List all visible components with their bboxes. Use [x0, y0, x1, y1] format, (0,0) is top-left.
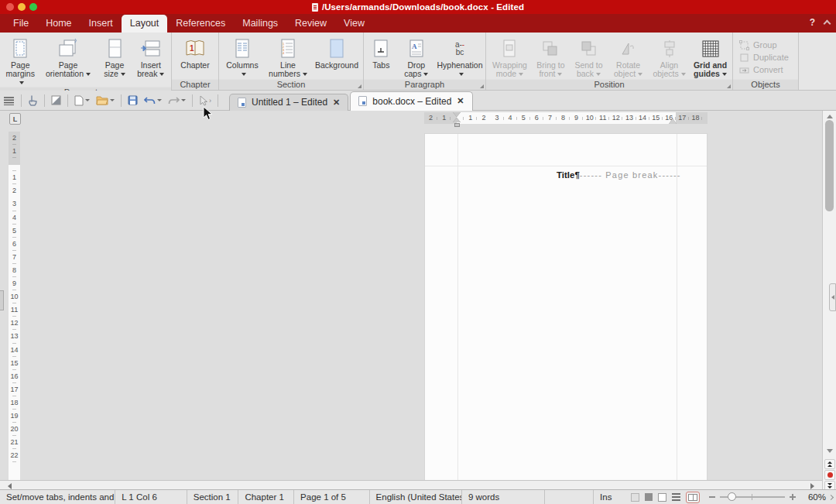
columns-icon [233, 36, 252, 61]
hyphenation-button[interactable]: a--bc Hyphenation [436, 34, 484, 79]
page-size-button[interactable]: Page size [98, 34, 132, 87]
duplicate-icon [739, 53, 749, 63]
tab-mailings[interactable]: Mailings [234, 15, 286, 33]
group-label-objects: Objects [733, 79, 798, 90]
sidebar-grip-left[interactable] [0, 290, 4, 310]
wrapping-mode-button: Wrapping mode [488, 34, 532, 79]
minimize-window-button[interactable] [18, 3, 26, 11]
status-chapter[interactable]: Chapter 1 [238, 490, 294, 504]
tab-layout[interactable]: Layout [122, 15, 168, 33]
navigate-by-button[interactable] [824, 470, 835, 480]
page-margins-icon [10, 36, 30, 61]
zoom-window-button[interactable] [29, 3, 37, 11]
scrollbar-thumb[interactable] [825, 120, 834, 211]
chapter-button[interactable]: 1 Chapter [173, 34, 217, 79]
page-orientation-icon [57, 36, 80, 61]
collapse-ribbon-icon[interactable] [824, 20, 831, 28]
tab-file[interactable]: File [5, 15, 37, 33]
text-boundary-right [677, 134, 677, 489]
hanging-indent-marker[interactable] [453, 118, 461, 122]
bring-to-front-icon [540, 36, 560, 61]
book-view-icon[interactable] [686, 492, 700, 503]
first-line-indent-marker[interactable] [453, 112, 461, 117]
dialog-launcher-icon[interactable] [727, 84, 731, 88]
close-tab-icon[interactable]: ✕ [457, 96, 464, 106]
horizontal-ruler[interactable]: 21123456789101112131415161718 [424, 112, 708, 124]
scroll-left-icon[interactable] [8, 483, 12, 489]
application-window: /Users/armands/Downloads/book.docx - Edi… [0, 0, 836, 504]
wrapping-mode-icon [501, 36, 518, 61]
page-orientation-button[interactable]: Page orientation [39, 34, 98, 87]
svg-text:A: A [412, 43, 417, 50]
tab-view[interactable]: View [335, 15, 373, 33]
document-text-line[interactable]: Title¶------ Page break------ [557, 170, 681, 180]
drop-caps-button[interactable]: A Drop caps [397, 34, 436, 79]
doc-tab-untitled[interactable]: Untitled 1 – Edited ✕ [229, 94, 348, 111]
line-numbers-button[interactable]: 1234 Line numbers [264, 34, 312, 79]
dropdown-arrow-icon [638, 73, 642, 76]
single-page-view-icon[interactable] [631, 493, 639, 502]
scroll-down-icon[interactable] [827, 449, 833, 453]
page-view-icon[interactable] [658, 493, 666, 502]
menu-icon[interactable] [1, 93, 17, 108]
document-page[interactable]: Title¶------ Page break------ [424, 133, 708, 489]
insert-break-button[interactable]: Insert break [132, 34, 170, 87]
chapter-icon: 1 [184, 36, 206, 61]
doc-tab-book[interactable]: book.docx – Edited ✕ [350, 91, 472, 111]
scroll-up-icon[interactable] [827, 115, 833, 118]
left-indent-marker[interactable] [454, 123, 460, 127]
redo-button[interactable] [166, 93, 188, 108]
zoom-slider[interactable] [720, 496, 785, 498]
previous-page-button[interactable] [824, 459, 835, 469]
status-page-number[interactable]: Page 1 of 5 [294, 490, 370, 504]
ui-toggle-icon[interactable] [49, 93, 63, 108]
horizontal-scrollbar[interactable] [0, 480, 822, 489]
columns-button[interactable]: Columns [221, 34, 264, 79]
tabs-button[interactable]: Tabs [365, 34, 397, 79]
dialog-launcher-icon[interactable] [480, 84, 484, 88]
help-icon[interactable]: ? [810, 17, 815, 28]
sidebar-grip-right[interactable] [829, 283, 836, 311]
tab-home[interactable]: Home [37, 15, 80, 33]
document-icon [312, 3, 318, 12]
tab-insert[interactable]: Insert [81, 15, 122, 33]
ribbon-tab-bar: File Home Insert Layout References Maili… [0, 14, 836, 33]
vertical-ruler[interactable]: 2112345678910111213141516171819202122 [9, 132, 20, 484]
multi-page-view-icon[interactable] [645, 493, 653, 501]
zoom-out-icon[interactable] [709, 496, 715, 498]
status-selection-mode[interactable] [545, 490, 594, 504]
background-button[interactable]: Background [312, 34, 361, 79]
ribbon: Page margins Page orientation Page size … [0, 33, 836, 91]
dropdown-arrow-icon [596, 73, 601, 76]
right-indent-marker[interactable] [669, 118, 677, 124]
status-section[interactable]: Section 1 [187, 490, 239, 504]
tab-stop-selector[interactable]: L [9, 113, 21, 125]
zoom-in-icon[interactable] [790, 494, 796, 500]
status-cursor-position[interactable]: L 1 Col 6 [115, 490, 187, 504]
new-document-button[interactable] [72, 93, 92, 108]
close-tab-icon[interactable]: ✕ [333, 98, 340, 108]
undo-button[interactable] [142, 93, 164, 108]
grid-and-guides-button[interactable]: Grid and guides [690, 34, 731, 79]
dropdown-arrow-icon [157, 99, 162, 101]
dialog-launcher-icon[interactable] [358, 84, 361, 88]
tab-review[interactable]: Review [286, 15, 335, 33]
web-view-icon[interactable] [672, 493, 680, 501]
zoom-percentage[interactable]: 60% [800, 492, 836, 502]
status-insert-mode[interactable]: Ins [594, 490, 626, 504]
touch-mode-icon[interactable] [26, 93, 40, 108]
ribbon-group-section: Columns 1234 Line numbers Background Sec… [219, 33, 364, 90]
status-word-count[interactable]: 9 words [462, 490, 545, 504]
dropdown-arrow-icon [242, 73, 246, 76]
zoom-slider-knob[interactable] [728, 492, 736, 501]
dropdown-arrow-icon [303, 73, 307, 76]
group-label-chapter: Chapter [172, 79, 218, 90]
tab-references[interactable]: References [167, 15, 234, 33]
save-button[interactable] [125, 93, 140, 108]
page-margins-button[interactable]: Page margins [2, 34, 39, 87]
status-language[interactable]: English (United States) [370, 490, 462, 504]
open-file-button[interactable] [94, 93, 117, 108]
scroll-right-icon[interactable] [810, 483, 814, 489]
dropdown-arrow-icon [519, 73, 523, 76]
close-window-button[interactable] [6, 3, 14, 11]
